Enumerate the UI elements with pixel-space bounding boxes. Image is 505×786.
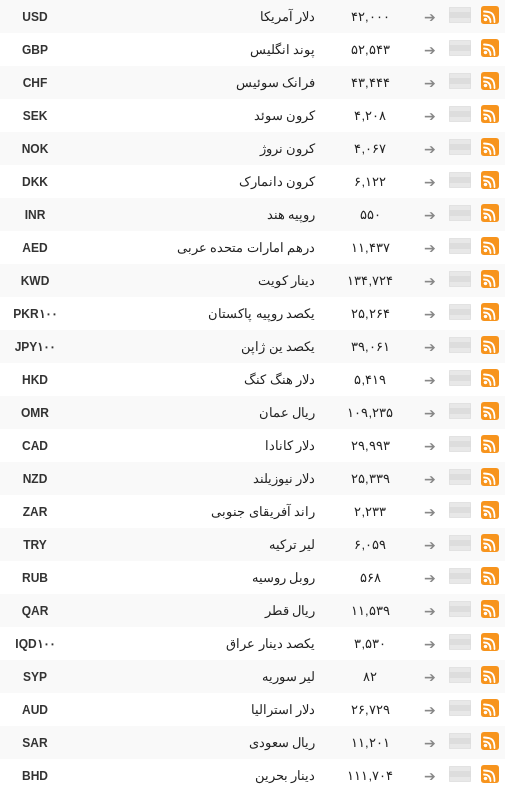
svg-rect-39	[449, 309, 471, 315]
arrow-cell: ➔	[415, 396, 445, 429]
currency-code: RUB	[0, 561, 70, 594]
flag-cell	[445, 297, 475, 330]
table-row: ➔۲۶,۷۲۹دلار استرالیاAUD	[0, 693, 505, 726]
table-row: ➔۶,۰۵۹لیر ترکیهTRY	[0, 528, 505, 561]
rss-icon[interactable]	[481, 666, 499, 684]
flag-icon	[449, 469, 471, 485]
currency-value: ۲۹,۹۹۳	[325, 429, 415, 462]
flag-cell	[445, 495, 475, 528]
currency-code: AED	[0, 231, 70, 264]
rss-cell[interactable]	[475, 66, 505, 99]
currency-name: درهم امارات متحده عربی	[70, 231, 325, 264]
arrow-cell: ➔	[415, 528, 445, 561]
rss-icon[interactable]	[481, 105, 499, 123]
rss-icon[interactable]	[481, 39, 499, 57]
rss-cell[interactable]	[475, 99, 505, 132]
rss-icon[interactable]	[481, 6, 499, 24]
rss-icon[interactable]	[481, 765, 499, 783]
svg-rect-19	[449, 144, 471, 150]
rss-icon[interactable]	[481, 171, 499, 189]
svg-point-85	[484, 711, 488, 715]
rss-icon[interactable]	[481, 369, 499, 387]
rss-icon[interactable]	[481, 699, 499, 717]
rss-icon[interactable]	[481, 303, 499, 321]
rss-cell[interactable]	[475, 660, 505, 693]
rss-icon[interactable]	[481, 204, 499, 222]
currency-value: ۲۵,۲۶۴	[325, 297, 415, 330]
rss-cell[interactable]	[475, 330, 505, 363]
flag-cell	[445, 99, 475, 132]
flag-cell	[445, 66, 475, 99]
rss-cell[interactable]	[475, 726, 505, 759]
currency-name: دلار آمریکا	[70, 0, 325, 33]
rss-cell[interactable]	[475, 561, 505, 594]
rss-icon[interactable]	[481, 402, 499, 420]
arrow-cell: ➔	[415, 231, 445, 264]
rss-cell[interactable]	[475, 297, 505, 330]
rss-icon[interactable]	[481, 732, 499, 750]
rss-cell[interactable]	[475, 0, 505, 33]
svg-rect-31	[449, 243, 471, 249]
rss-icon[interactable]	[481, 501, 499, 519]
rss-icon[interactable]	[481, 567, 499, 585]
flag-cell	[445, 759, 475, 786]
rss-icon[interactable]	[481, 633, 499, 651]
rss-icon[interactable]	[481, 270, 499, 288]
rss-cell[interactable]	[475, 528, 505, 561]
rss-cell[interactable]	[475, 693, 505, 726]
rss-icon[interactable]	[481, 237, 499, 255]
rss-cell[interactable]	[475, 495, 505, 528]
rss-cell[interactable]	[475, 231, 505, 264]
arrow-cell: ➔	[415, 759, 445, 786]
svg-point-57	[484, 480, 488, 484]
table-row: ➔۴۳,۴۴۴فرانک سوئیسCHF	[0, 66, 505, 99]
rss-cell[interactable]	[475, 429, 505, 462]
arrow-icon: ➔	[424, 438, 436, 454]
rss-icon[interactable]	[481, 72, 499, 90]
rss-cell[interactable]	[475, 363, 505, 396]
table-row: ➔۱۱,۵۳۹ریال قطرQAR	[0, 594, 505, 627]
rss-cell[interactable]	[475, 165, 505, 198]
currency-code: QAR	[0, 594, 70, 627]
svg-rect-75	[449, 606, 471, 612]
rss-icon[interactable]	[481, 336, 499, 354]
currency-code: PKR۱۰۰	[0, 297, 70, 330]
rss-cell[interactable]	[475, 132, 505, 165]
rss-cell[interactable]	[475, 462, 505, 495]
arrow-icon: ➔	[424, 735, 436, 751]
svg-rect-83	[449, 672, 471, 678]
table-row: ➔۱۱,۲۰۱ریال سعودیSAR	[0, 726, 505, 759]
flag-icon	[449, 304, 471, 320]
rss-icon[interactable]	[481, 468, 499, 486]
currency-name: فرانک سوئیس	[70, 66, 325, 99]
svg-rect-23	[449, 177, 471, 183]
currency-code: CAD	[0, 429, 70, 462]
currency-value: ۸۲	[325, 660, 415, 693]
rss-icon[interactable]	[481, 138, 499, 156]
rss-icon[interactable]	[481, 435, 499, 453]
flag-icon	[449, 766, 471, 782]
rss-cell[interactable]	[475, 759, 505, 786]
rss-cell[interactable]	[475, 627, 505, 660]
arrow-icon: ➔	[424, 75, 436, 91]
currency-value: ۴۳,۴۴۴	[325, 66, 415, 99]
rss-cell[interactable]	[475, 198, 505, 231]
rss-cell[interactable]	[475, 594, 505, 627]
currency-code: NZD	[0, 462, 70, 495]
flag-cell	[445, 132, 475, 165]
rss-cell[interactable]	[475, 396, 505, 429]
flag-icon	[449, 502, 471, 518]
rss-icon[interactable]	[481, 534, 499, 552]
rss-cell[interactable]	[475, 264, 505, 297]
svg-point-1	[484, 18, 488, 22]
flag-cell	[445, 330, 475, 363]
flag-icon	[449, 40, 471, 56]
svg-point-25	[484, 216, 488, 220]
arrow-icon: ➔	[424, 702, 436, 718]
svg-rect-35	[449, 276, 471, 282]
rss-icon[interactable]	[481, 600, 499, 618]
arrow-icon: ➔	[424, 768, 436, 784]
currency-value: ۱۰۹,۲۳۵	[325, 396, 415, 429]
rss-cell[interactable]	[475, 33, 505, 66]
currency-name: روپیه هند	[70, 198, 325, 231]
